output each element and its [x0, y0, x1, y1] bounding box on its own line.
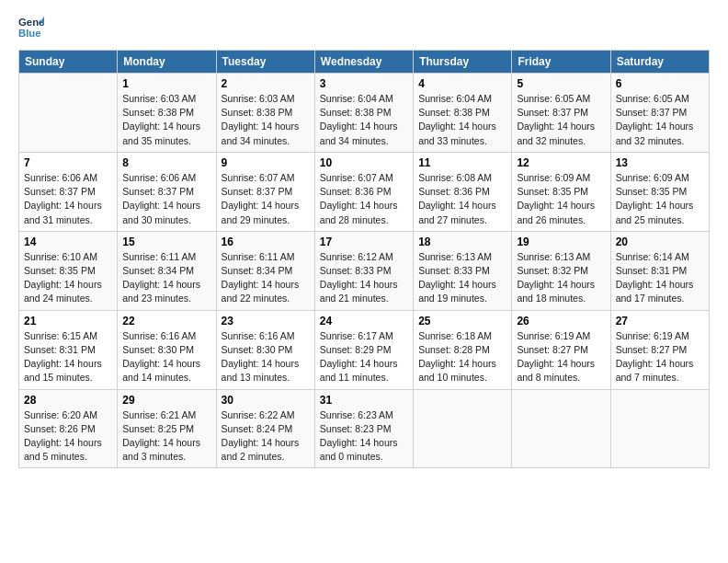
day-info: Sunrise: 6:13 AM Sunset: 8:33 PM Dayligh…	[418, 250, 506, 306]
calendar-cell: 8Sunrise: 6:06 AM Sunset: 8:37 PM Daylig…	[118, 152, 216, 231]
day-number: 15	[122, 236, 210, 248]
day-header-friday: Friday	[512, 51, 610, 74]
day-info: Sunrise: 6:05 AM Sunset: 8:37 PM Dayligh…	[517, 92, 605, 148]
calendar-cell: 25Sunrise: 6:18 AM Sunset: 8:28 PM Dayli…	[414, 310, 512, 389]
calendar-cell: 28Sunrise: 6:20 AM Sunset: 8:26 PM Dayli…	[19, 389, 118, 468]
day-info: Sunrise: 6:21 AM Sunset: 8:25 PM Dayligh…	[122, 408, 210, 465]
calendar-cell: 2Sunrise: 6:03 AM Sunset: 8:38 PM Daylig…	[216, 74, 314, 153]
day-number: 3	[320, 77, 408, 90]
day-number: 10	[320, 156, 408, 169]
calendar-cell: 22Sunrise: 6:16 AM Sunset: 8:30 PM Dayli…	[118, 310, 216, 389]
calendar-cell: 15Sunrise: 6:11 AM Sunset: 8:34 PM Dayli…	[118, 231, 216, 310]
logo-icon: General Blue	[18, 15, 44, 40]
day-info: Sunrise: 6:11 AM Sunset: 8:34 PM Dayligh…	[222, 250, 310, 306]
calendar-cell: 26Sunrise: 6:19 AM Sunset: 8:27 PM Dayli…	[512, 310, 610, 389]
day-info: Sunrise: 6:13 AM Sunset: 8:32 PM Dayligh…	[517, 250, 605, 306]
calendar-cell: 30Sunrise: 6:22 AM Sunset: 8:24 PM Dayli…	[216, 389, 314, 468]
calendar-cell: 17Sunrise: 6:12 AM Sunset: 8:33 PM Dayli…	[314, 231, 413, 310]
calendar-cell: 16Sunrise: 6:11 AM Sunset: 8:34 PM Dayli…	[216, 231, 314, 310]
calendar-cell: 19Sunrise: 6:13 AM Sunset: 8:32 PM Dayli…	[512, 231, 610, 310]
day-info: Sunrise: 6:09 AM Sunset: 8:35 PM Dayligh…	[517, 171, 605, 227]
day-info: Sunrise: 6:04 AM Sunset: 8:38 PM Dayligh…	[320, 92, 408, 148]
day-number: 30	[222, 394, 310, 407]
day-number: 17	[320, 236, 408, 248]
day-number: 20	[616, 236, 704, 248]
day-info: Sunrise: 6:07 AM Sunset: 8:37 PM Dayligh…	[222, 171, 310, 227]
day-info: Sunrise: 6:22 AM Sunset: 8:24 PM Dayligh…	[222, 408, 310, 465]
day-info: Sunrise: 6:10 AM Sunset: 8:35 PM Dayligh…	[24, 250, 112, 306]
day-header-sunday: Sunday	[19, 51, 118, 74]
calendar-cell: 4Sunrise: 6:04 AM Sunset: 8:38 PM Daylig…	[414, 74, 512, 153]
day-info: Sunrise: 6:17 AM Sunset: 8:29 PM Dayligh…	[320, 329, 408, 385]
day-number: 14	[24, 236, 112, 248]
day-info: Sunrise: 6:06 AM Sunset: 8:37 PM Dayligh…	[122, 171, 210, 227]
day-info: Sunrise: 6:19 AM Sunset: 8:27 PM Dayligh…	[517, 329, 605, 385]
day-header-thursday: Thursday	[414, 51, 512, 74]
day-number: 12	[517, 156, 605, 169]
day-number: 24	[320, 315, 408, 327]
day-number: 23	[222, 315, 310, 327]
day-number: 8	[122, 156, 210, 169]
day-info: Sunrise: 6:03 AM Sunset: 8:38 PM Dayligh…	[122, 92, 210, 148]
calendar-cell	[414, 389, 512, 468]
day-info: Sunrise: 6:07 AM Sunset: 8:36 PM Dayligh…	[320, 171, 408, 227]
day-info: Sunrise: 6:20 AM Sunset: 8:26 PM Dayligh…	[24, 408, 112, 465]
day-info: Sunrise: 6:14 AM Sunset: 8:31 PM Dayligh…	[616, 250, 704, 306]
calendar-cell: 6Sunrise: 6:05 AM Sunset: 8:37 PM Daylig…	[610, 74, 709, 153]
calendar-cell: 24Sunrise: 6:17 AM Sunset: 8:29 PM Dayli…	[314, 310, 413, 389]
day-number: 31	[320, 394, 408, 407]
day-number: 25	[418, 315, 506, 327]
calendar-cell: 3Sunrise: 6:04 AM Sunset: 8:38 PM Daylig…	[314, 74, 413, 153]
calendar-cell: 18Sunrise: 6:13 AM Sunset: 8:33 PM Dayli…	[414, 231, 512, 310]
calendar-cell: 29Sunrise: 6:21 AM Sunset: 8:25 PM Dayli…	[118, 389, 216, 468]
day-number: 29	[122, 394, 210, 407]
calendar-cell: 13Sunrise: 6:09 AM Sunset: 8:35 PM Dayli…	[610, 152, 709, 231]
day-info: Sunrise: 6:12 AM Sunset: 8:33 PM Dayligh…	[320, 250, 408, 306]
calendar-cell: 14Sunrise: 6:10 AM Sunset: 8:35 PM Dayli…	[19, 231, 118, 310]
day-number: 2	[222, 77, 310, 90]
day-info: Sunrise: 6:04 AM Sunset: 8:38 PM Dayligh…	[418, 92, 506, 148]
calendar-cell: 11Sunrise: 6:08 AM Sunset: 8:36 PM Dayli…	[414, 152, 512, 231]
day-info: Sunrise: 6:16 AM Sunset: 8:30 PM Dayligh…	[222, 329, 310, 385]
calendar-cell: 23Sunrise: 6:16 AM Sunset: 8:30 PM Dayli…	[216, 310, 314, 389]
day-info: Sunrise: 6:23 AM Sunset: 8:23 PM Dayligh…	[320, 408, 408, 465]
day-info: Sunrise: 6:19 AM Sunset: 8:27 PM Dayligh…	[616, 329, 704, 385]
day-number: 21	[24, 315, 112, 327]
logo: General Blue	[18, 15, 48, 40]
calendar-cell: 7Sunrise: 6:06 AM Sunset: 8:37 PM Daylig…	[19, 152, 118, 231]
day-info: Sunrise: 6:06 AM Sunset: 8:37 PM Dayligh…	[24, 171, 112, 227]
calendar-cell: 31Sunrise: 6:23 AM Sunset: 8:23 PM Dayli…	[314, 389, 413, 468]
calendar-cell	[19, 74, 118, 153]
calendar-cell: 5Sunrise: 6:05 AM Sunset: 8:37 PM Daylig…	[512, 74, 610, 153]
day-number: 13	[616, 156, 704, 169]
day-number: 18	[418, 236, 506, 248]
day-info: Sunrise: 6:15 AM Sunset: 8:31 PM Dayligh…	[24, 329, 112, 385]
day-info: Sunrise: 6:05 AM Sunset: 8:37 PM Dayligh…	[616, 92, 704, 148]
svg-text:Blue: Blue	[18, 28, 41, 39]
day-info: Sunrise: 6:11 AM Sunset: 8:34 PM Dayligh…	[122, 250, 210, 306]
calendar-cell	[610, 389, 709, 468]
day-info: Sunrise: 6:18 AM Sunset: 8:28 PM Dayligh…	[418, 329, 506, 385]
day-number: 19	[517, 236, 605, 248]
day-number: 1	[122, 77, 210, 90]
day-info: Sunrise: 6:03 AM Sunset: 8:38 PM Dayligh…	[222, 92, 310, 148]
day-number: 16	[222, 236, 310, 248]
calendar-cell: 12Sunrise: 6:09 AM Sunset: 8:35 PM Dayli…	[512, 152, 610, 231]
day-number: 11	[418, 156, 506, 169]
day-info: Sunrise: 6:08 AM Sunset: 8:36 PM Dayligh…	[418, 171, 506, 227]
day-number: 26	[517, 315, 605, 327]
day-info: Sunrise: 6:16 AM Sunset: 8:30 PM Dayligh…	[122, 329, 210, 385]
page-header: General Blue	[18, 15, 710, 40]
day-header-wednesday: Wednesday	[314, 51, 413, 74]
calendar-cell: 20Sunrise: 6:14 AM Sunset: 8:31 PM Dayli…	[610, 231, 709, 310]
day-header-monday: Monday	[118, 51, 216, 74]
calendar-table: SundayMondayTuesdayWednesdayThursdayFrid…	[18, 50, 710, 468]
day-number: 7	[24, 156, 112, 169]
calendar-cell	[512, 389, 610, 468]
day-header-tuesday: Tuesday	[216, 51, 314, 74]
day-number: 6	[616, 77, 704, 90]
day-header-saturday: Saturday	[610, 51, 709, 74]
day-info: Sunrise: 6:09 AM Sunset: 8:35 PM Dayligh…	[616, 171, 704, 227]
day-number: 4	[418, 77, 506, 90]
day-number: 5	[517, 77, 605, 90]
